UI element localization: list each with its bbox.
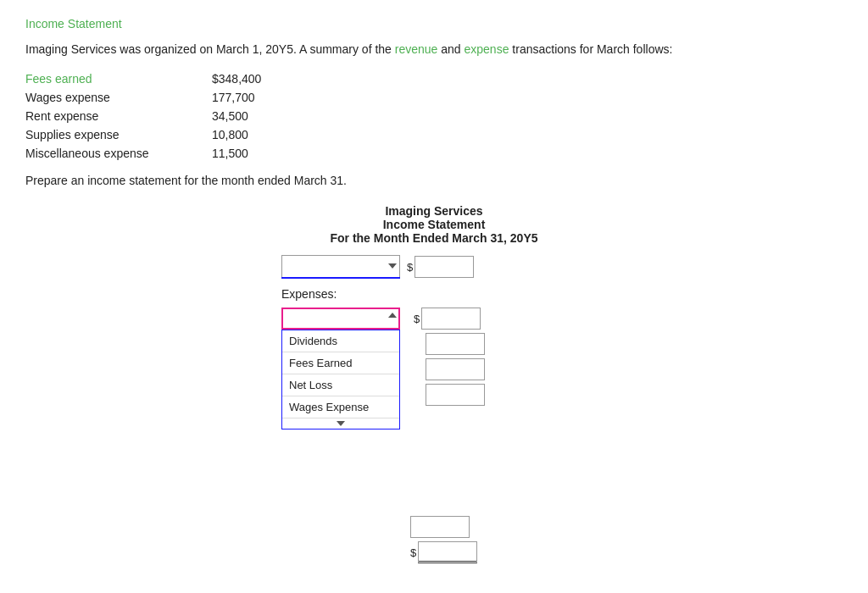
dropdown-bottom-arrow xyxy=(282,418,399,429)
expense-dollar-row: $ xyxy=(414,308,485,330)
intro-suffix: transactions for March follows: xyxy=(512,42,672,56)
expense-dropdown-select[interactable] xyxy=(281,308,400,330)
data-row-4: Miscellaneous expense 11,500 xyxy=(25,147,843,160)
label-wages-expense: Wages expense xyxy=(25,91,195,104)
label-rent-expense: Rent expense xyxy=(25,109,195,123)
intro-paragraph: Imaging Services was organized on March … xyxy=(25,41,843,58)
data-row-0: Fees earned $348,400 xyxy=(25,72,843,86)
label-supplies-expense: Supplies expense xyxy=(25,128,195,141)
label-misc-expense: Miscellaneous expense xyxy=(25,147,195,160)
option-dividends[interactable]: Dividends xyxy=(282,330,399,352)
expense-amount-4[interactable] xyxy=(426,384,485,406)
statement-company: Imaging Services xyxy=(385,204,482,218)
value-rent-expense: 34,500 xyxy=(212,109,248,123)
total-dollar-wrapper: $ xyxy=(410,541,477,563)
expense-amount-2[interactable] xyxy=(426,333,485,355)
expense-dropdown-pink[interactable] xyxy=(281,308,400,330)
value-wages-expense: 177,700 xyxy=(212,91,255,104)
total-row: $ xyxy=(410,541,637,563)
form-section: $ Expenses: Dividends xyxy=(281,255,637,563)
page-title: Income Statement xyxy=(25,17,843,30)
option-wages-expense[interactable]: Wages Expense xyxy=(282,396,399,418)
expense-row-1: Dividends Fees Earned Net Loss Wages Exp… xyxy=(281,308,637,406)
revenue-row: $ xyxy=(281,255,637,279)
expenses-label: Expenses: xyxy=(281,287,637,301)
and-word: and xyxy=(441,42,460,56)
statement-title: Income Statement xyxy=(383,218,486,231)
value-misc-expense: 11,500 xyxy=(212,147,248,160)
expense-amounts-stack: $ xyxy=(414,308,485,406)
total-input[interactable] xyxy=(418,541,477,563)
revenue-amount-wrapper: $ xyxy=(407,256,474,278)
expense-word: expense xyxy=(465,42,509,56)
expense-dropdown-open-container[interactable]: Dividends Fees Earned Net Loss Wages Exp… xyxy=(281,308,400,330)
subtotal-row xyxy=(410,516,637,538)
expense-amount-3[interactable] xyxy=(426,358,485,380)
intro-text-before: Imaging Services was organized on March … xyxy=(25,42,392,56)
revenue-dropdown[interactable] xyxy=(281,255,400,277)
option-net-loss[interactable]: Net Loss xyxy=(282,374,399,396)
data-row-3: Supplies expense 10,800 xyxy=(25,128,843,141)
total-dollar-sign: $ xyxy=(410,546,416,559)
expense-dollar-sign: $ xyxy=(414,313,420,325)
label-fees-earned: Fees earned xyxy=(25,72,195,86)
value-supplies-expense: 10,800 xyxy=(212,128,248,141)
revenue-dropdown-wrapper[interactable] xyxy=(281,255,400,279)
subtotal-input[interactable] xyxy=(410,516,470,538)
expenses-section: Dividends Fees Earned Net Loss Wages Exp… xyxy=(281,308,637,406)
expense-amount-1[interactable] xyxy=(421,308,481,330)
revenue-dollar-sign: $ xyxy=(407,261,413,274)
revenue-word: revenue xyxy=(395,42,438,56)
value-fees-earned: $348,400 xyxy=(212,72,261,86)
data-row-1: Wages expense 177,700 xyxy=(25,91,843,104)
data-row-2: Rent expense 34,500 xyxy=(25,109,843,123)
prepare-text: Prepare an income statement for the mont… xyxy=(25,174,843,187)
statement-container: Imaging Services Income Statement For th… xyxy=(25,204,843,563)
statement-period: For the Month Ended March 31, 20Y5 xyxy=(330,231,537,245)
option-fees-earned[interactable]: Fees Earned xyxy=(282,352,399,374)
revenue-amount-input[interactable] xyxy=(415,256,474,278)
data-table: Fees earned $348,400 Wages expense 177,7… xyxy=(25,72,843,160)
expense-dropdown-list: Dividends Fees Earned Net Loss Wages Exp… xyxy=(281,330,400,430)
